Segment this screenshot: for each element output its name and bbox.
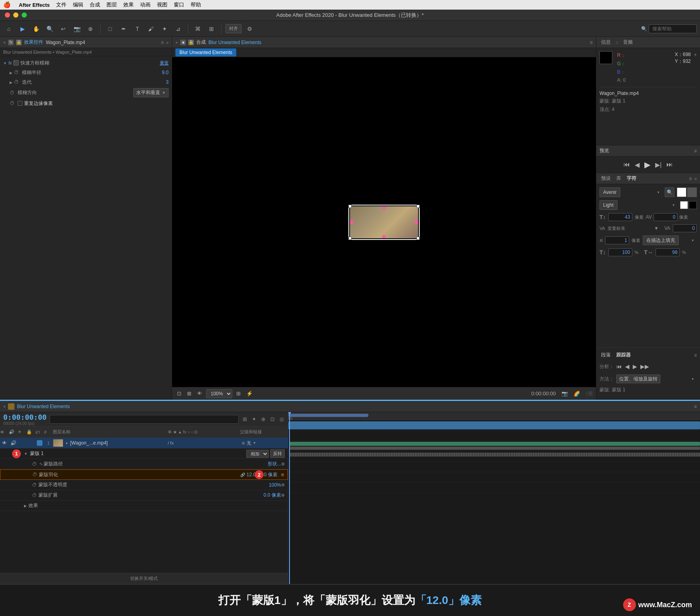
mask-feather-stopwatch[interactable]: ⏱	[32, 472, 39, 477]
effects-collapse[interactable]	[24, 503, 27, 508]
tab-audio[interactable]: 音频	[622, 38, 634, 46]
mask-handle-br[interactable]	[416, 237, 420, 240]
timeline-search-input[interactable]	[50, 415, 239, 424]
tab-info[interactable]: 信息	[599, 38, 612, 46]
minimize-button[interactable]	[13, 12, 18, 18]
method-select[interactable]: 位置、缩放及旋转	[616, 374, 660, 383]
graph-tool[interactable]: ⌘	[192, 23, 203, 34]
zoom-dropdown[interactable]: 100%	[206, 389, 232, 398]
font-size-input[interactable]	[608, 213, 632, 221]
mask-handle-tl[interactable]	[348, 205, 352, 208]
color-black-box[interactable]	[689, 201, 697, 209]
tracker-prev-btn[interactable]: ◀	[625, 363, 630, 370]
preview-last-btn[interactable]: ⏭	[666, 161, 673, 168]
preview-first-btn[interactable]: ⏮	[624, 161, 630, 168]
capture-btn[interactable]: 📷	[560, 390, 569, 397]
workspace-tool[interactable]: ⚙	[244, 23, 255, 34]
mask-opacity-value[interactable]: 100%	[269, 482, 281, 488]
mask-handle-mr[interactable]	[415, 221, 418, 224]
tracking-value-input[interactable]	[673, 224, 697, 232]
toggle-switches-bar[interactable]: 切换开关/模式	[0, 573, 288, 584]
iterations-collapse[interactable]	[10, 80, 12, 85]
menu-compose[interactable]: 合成	[90, 1, 100, 8]
fast-preview-btn[interactable]: ⚡	[245, 390, 254, 397]
menu-file[interactable]: 文件	[56, 1, 66, 8]
mask-handle-bl[interactable]	[348, 237, 352, 240]
layer-1-color[interactable]	[35, 438, 44, 448]
kerning-input[interactable]	[654, 213, 678, 221]
layer-1-lock[interactable]	[26, 438, 35, 448]
blur-radius-value[interactable]: 9.0	[162, 70, 169, 75]
track-1-bar[interactable]	[288, 421, 700, 429]
blur-radius-collapse[interactable]	[10, 70, 12, 75]
parent-dropdown-arrow[interactable]: ▼	[253, 441, 256, 445]
link-icon[interactable]: 🔗	[240, 473, 245, 477]
region-of-interest-btn[interactable]: ⊡	[175, 390, 183, 397]
effects-panel-expand[interactable]: »	[166, 40, 169, 45]
comp-name-badge[interactable]: Blur Unwanted Elements	[175, 48, 236, 56]
rotate-tool[interactable]: ↩	[58, 23, 69, 34]
3d-view-btn[interactable]: 👁	[195, 390, 204, 397]
layer-1-vis[interactable]: 👁	[0, 438, 9, 448]
layer-options-btn[interactable]: ◎	[279, 415, 285, 423]
pen-tool[interactable]: ✒	[118, 23, 129, 34]
layer-1-audio[interactable]: 🔊	[9, 438, 18, 448]
camera-tool[interactable]: 📷	[71, 23, 82, 34]
timeline-close-btn[interactable]: ×	[3, 404, 6, 409]
menu-layer[interactable]: 图层	[107, 1, 117, 8]
mask-blend-select[interactable]: 相加	[246, 450, 269, 458]
mask-path-stopwatch[interactable]: ⏱	[32, 461, 38, 467]
tab-character[interactable]: 字符	[625, 174, 638, 183]
preview-next-btn[interactable]: ▶|	[655, 161, 662, 169]
color-mgmt-btn[interactable]: 🌈	[572, 390, 581, 397]
track-3-bar[interactable]	[289, 442, 700, 446]
layer-1-name[interactable]: [Wagon_...e.mp4]	[70, 440, 108, 446]
fastboxblur-collapse[interactable]	[3, 61, 7, 65]
graph-editor-btn[interactable]: ⊡	[270, 415, 276, 423]
transparency-btn[interactable]: ⊠	[185, 390, 193, 397]
comp-mini-btn[interactable]: ⊞	[242, 415, 248, 423]
maximize-button[interactable]	[22, 12, 27, 18]
apple-logo-icon[interactable]: 🍎	[3, 1, 11, 8]
lock-tl-btn[interactable]: ⊕	[260, 415, 266, 423]
color-swatch[interactable]	[599, 51, 612, 64]
solo-btn[interactable]: ✦	[251, 415, 257, 423]
menu-edit[interactable]: 编辑	[73, 1, 83, 8]
puppet-tool[interactable]: ⊿	[173, 23, 184, 34]
iterations-stopwatch[interactable]: ⏱	[14, 79, 20, 85]
text-tool[interactable]: T	[132, 23, 143, 34]
horiz-scale-input[interactable]	[656, 248, 680, 256]
preview-menu-icon[interactable]: ≡	[694, 148, 697, 154]
fit-btn[interactable]: ⊞	[235, 390, 242, 397]
effects-panel-menu-icon[interactable]: ≡	[161, 40, 164, 45]
mask-feather-row[interactable]: ⏱ 蒙版羽化 🔗 12.0,12.0 像素 ⊕ 2	[0, 469, 288, 480]
mask-handle-tm[interactable]	[382, 206, 386, 209]
color-white-box[interactable]	[680, 201, 688, 209]
brush-tool[interactable]: 🖌	[145, 23, 157, 34]
layer-1-collapse[interactable]	[65, 441, 68, 445]
preview-play-btn[interactable]: ▶	[644, 160, 650, 169]
rect-shape-tool[interactable]: □	[105, 23, 116, 34]
tracker-first-btn[interactable]: ⏮	[616, 363, 622, 370]
help-search-input[interactable]	[649, 24, 697, 33]
fill-color-box[interactable]	[677, 187, 686, 197]
repeat-edge-checkbox[interactable]	[18, 101, 22, 106]
tracker-play-btn[interactable]: ▶	[633, 363, 637, 370]
invert-button[interactable]: 反转	[270, 449, 285, 458]
work-area-bar[interactable]	[288, 414, 368, 417]
mask-opacity-stopwatch[interactable]: ⏱	[32, 482, 38, 488]
tracker-next-btn[interactable]: ▶▶	[640, 363, 649, 370]
layer-1-solo[interactable]	[18, 438, 26, 448]
effects-panel-close[interactable]: ×	[3, 40, 6, 45]
iterations-value[interactable]: 3	[166, 79, 169, 85]
effects-panel-lock-icon[interactable]: 🔒	[16, 40, 22, 45]
menu-animation[interactable]: 动画	[140, 1, 151, 8]
tracking-dropdown-arrow[interactable]: ▼	[654, 225, 659, 231]
eyedropper-btn[interactable]: 🔍	[665, 187, 674, 197]
composition-viewer[interactable]	[172, 57, 596, 387]
preview-prev-btn[interactable]: ◀	[635, 161, 640, 169]
tab-presets[interactable]: 预设	[599, 174, 612, 183]
char-panel-menu[interactable]: ≡	[689, 176, 692, 181]
tracker-menu-icon[interactable]: ≡	[694, 352, 697, 358]
reset-link[interactable]: 重置	[160, 60, 169, 66]
